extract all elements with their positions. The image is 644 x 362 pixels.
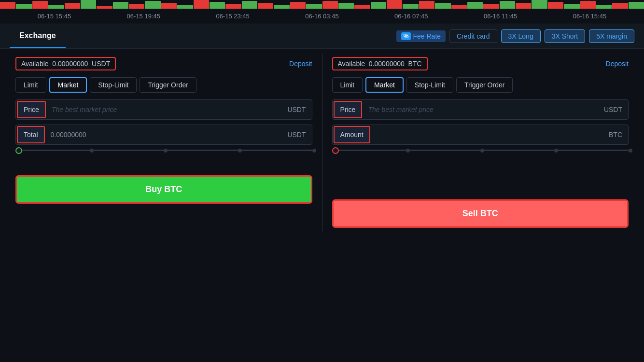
chart-bar	[500, 1, 515, 9]
exchange-main: Available 0.00000000 USDT Deposit Limit …	[0, 49, 644, 236]
tab-bar: Exchange % Fee Rate Credit card 3X Long …	[0, 24, 644, 49]
chart-bar	[483, 4, 499, 9]
sell-order-market[interactable]: Market	[365, 77, 404, 93]
chart-bar	[81, 0, 96, 9]
buy-price-label: Price	[17, 101, 46, 118]
time-label-3: 06-15 23:45	[216, 13, 249, 20]
chart-bar	[435, 3, 450, 9]
chart-bar	[274, 5, 289, 9]
buy-price-row: Price The best market price USDT	[15, 99, 312, 120]
sell-price-row: Price The best market price USDT	[332, 99, 629, 120]
sell-order-trigger[interactable]: Trigger Order	[456, 77, 513, 93]
chart-bar	[354, 5, 370, 9]
chart-bar	[580, 1, 596, 9]
chart-bar	[371, 2, 386, 9]
sell-slider-dot-100	[629, 149, 632, 153]
chart-bar	[403, 4, 418, 9]
buy-slider-track[interactable]	[15, 150, 312, 151]
chart-bars-container	[0, 0, 644, 9]
exchange-divider	[322, 54, 322, 231]
chart-bar	[532, 0, 547, 9]
sell-order-limit[interactable]: Limit	[332, 77, 363, 93]
buy-order-trigger[interactable]: Trigger Order	[140, 77, 196, 93]
chart-bar	[210, 2, 225, 9]
chart-bar	[387, 0, 402, 9]
buy-btc-button[interactable]: Buy BTC	[15, 175, 312, 204]
time-label-4: 06-16 03:45	[305, 13, 338, 20]
top-controls: % Fee Rate Credit card 3X Long 3X Short …	[396, 29, 634, 43]
chart-bar	[338, 3, 354, 9]
chart-bar	[629, 2, 644, 9]
chart-bar	[564, 4, 579, 9]
chart-bar	[194, 0, 209, 9]
buy-order-market[interactable]: Market	[49, 77, 87, 93]
sell-price-placeholder: The best market price	[363, 102, 598, 117]
pct-badge: %	[401, 32, 411, 40]
buy-slider-thumb[interactable]	[15, 147, 22, 154]
sell-slider-track[interactable]	[332, 150, 629, 151]
sell-amount-label: Amount	[334, 126, 370, 143]
buy-available-label: Available 0.00000000 USDT	[15, 57, 116, 70]
time-axis: 06-15 15:45 06-15 19:45 06-15 23:45 06-1…	[0, 9, 644, 24]
chart-bar	[145, 1, 160, 9]
buy-slider-dot-50	[164, 149, 168, 153]
chart-bar	[161, 3, 177, 9]
sell-slider-thumb[interactable]	[332, 147, 339, 154]
sell-amount-row: Amount BTC	[332, 125, 629, 145]
buy-total-currency: USDT	[281, 127, 311, 142]
chart-bar	[65, 3, 80, 9]
sell-amount-input[interactable]	[371, 127, 603, 142]
time-label-5: 06-16 07:45	[394, 13, 428, 20]
sell-deposit-link[interactable]: Deposit	[606, 60, 629, 68]
sell-order-stop-limit[interactable]: Stop-Limit	[406, 77, 453, 93]
credit-card-button[interactable]: Credit card	[449, 29, 497, 43]
time-label-2: 06-15 19:45	[127, 13, 160, 20]
chart-bar	[596, 5, 612, 9]
buy-available-row: Available 0.00000000 USDT Deposit	[15, 57, 312, 70]
sell-available-label: Available 0.00000000 BTC	[332, 57, 428, 70]
fee-rate-button[interactable]: % Fee Rate	[396, 30, 446, 42]
sell-btc-button[interactable]: Sell BTC	[332, 199, 629, 228]
time-label-6: 06-16 11:45	[484, 13, 517, 20]
sell-order-types: Limit Market Stop-Limit Trigger Order	[332, 77, 629, 93]
chart-bar	[322, 1, 338, 9]
sell-slider-dot-75	[554, 149, 558, 153]
chart-bar	[290, 2, 306, 9]
chart-bar	[419, 1, 434, 9]
buy-order-types: Limit Market Stop-Limit Trigger Order	[15, 77, 312, 93]
buy-total-row: Total USDT	[15, 125, 312, 145]
sell-side: Available 0.00000000 BTC Deposit Limit M…	[326, 49, 635, 236]
buy-total-input[interactable]	[46, 127, 282, 142]
sell-price-label: Price	[334, 101, 363, 118]
buy-slider-dot-100	[312, 149, 316, 153]
chart-bar	[467, 2, 483, 9]
chart-bar	[225, 4, 241, 9]
buy-order-limit[interactable]: Limit	[15, 77, 46, 93]
buy-slider-row[interactable]	[15, 150, 312, 151]
margin-5x-button[interactable]: 5X margin	[589, 29, 634, 43]
chart-bar	[258, 3, 273, 9]
long-3x-button[interactable]: 3X Long	[501, 29, 541, 43]
buy-price-currency: USDT	[281, 102, 311, 117]
sell-slider-dot-50	[480, 149, 484, 153]
chart-bar	[516, 3, 531, 9]
tab-exchange[interactable]: Exchange	[10, 24, 66, 48]
buy-side: Available 0.00000000 USDT Deposit Limit …	[10, 49, 318, 236]
sell-slider-row[interactable]	[332, 150, 629, 151]
short-3x-button[interactable]: 3X Short	[545, 29, 585, 43]
chart-bar	[0, 2, 15, 9]
chart-bar	[48, 5, 64, 9]
buy-total-label: Total	[17, 126, 45, 143]
buy-order-stop-limit[interactable]: Stop-Limit	[90, 77, 137, 93]
sell-slider-dot-25	[406, 149, 410, 153]
time-label-1: 06-15 15:45	[38, 13, 71, 20]
chart-bar	[612, 3, 628, 9]
sell-available-row: Available 0.00000000 BTC Deposit	[332, 57, 629, 70]
buy-price-placeholder: The best market price	[47, 102, 281, 117]
buy-deposit-link[interactable]: Deposit	[289, 60, 312, 68]
chart-bar	[16, 4, 31, 9]
buy-slider-dot-25	[90, 149, 94, 153]
chart-bar	[113, 2, 128, 9]
chart-bar	[97, 6, 112, 9]
sell-price-currency: USDT	[598, 102, 628, 117]
